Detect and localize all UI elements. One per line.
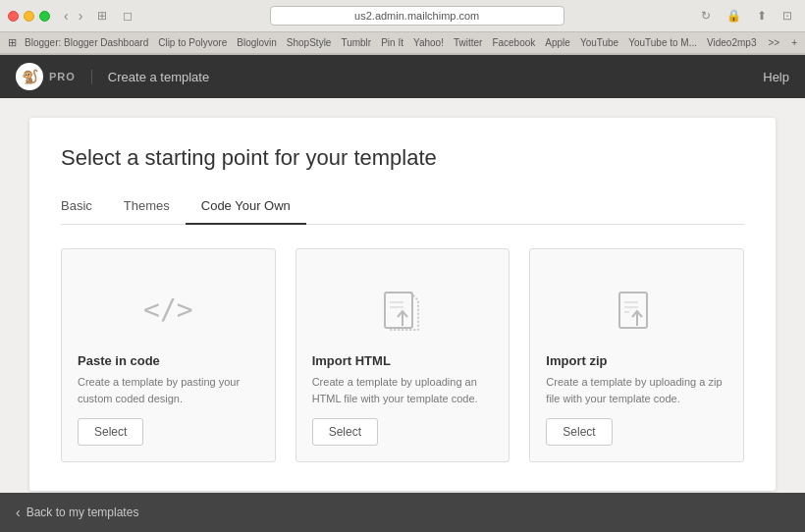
pro-badge: PRO — [49, 71, 76, 82]
import-html-title: Import HTML — [312, 353, 494, 368]
import-zip-info: Import zip Create a template by uploadin… — [546, 353, 727, 406]
bottom-bar: ‹ Back to my templates — [0, 493, 805, 532]
paste-in-code-info: Paste in code Create a template by pasti… — [78, 353, 259, 406]
add-bookmark-button[interactable]: + — [791, 37, 797, 48]
upload-zip-icon — [616, 283, 659, 336]
tabs-bar: Basic Themes Code Your Own — [61, 190, 744, 225]
bookmark-yahoo[interactable]: Yahoo! — [413, 37, 444, 48]
bookmark-facebook[interactable]: Facebook — [492, 37, 535, 48]
import-zip-desc: Create a template by uploading a zip fil… — [546, 374, 727, 406]
back-to-templates-link[interactable]: ‹ Back to my templates — [16, 505, 138, 520]
paste-in-code-select-button[interactable]: Select — [78, 418, 143, 446]
logo-monkey-icon: 🐒 — [22, 69, 38, 84]
code-icon: </> — [143, 293, 193, 326]
bookmark-tumblr[interactable]: Tumblr — [341, 37, 371, 48]
tab-themes[interactable]: Themes — [108, 190, 186, 225]
import-zip-card: Import zip Create a template by uploadin… — [529, 248, 744, 462]
upload-html-icon — [381, 283, 424, 336]
bookmarks-more-button[interactable]: >> — [768, 37, 779, 48]
bookmark-blogger[interactable]: Blogger: Blogger Dashboard — [25, 37, 148, 48]
browser-toolbar: ⊞ Blogger: Blogger Dashboard Clip to Pol… — [0, 31, 805, 54]
tab-icon-button[interactable]: ◻ — [118, 7, 137, 25]
tab-basic[interactable]: Basic — [61, 190, 108, 225]
share-button[interactable]: ⬆ — [752, 7, 772, 25]
back-to-templates-label: Back to my templates — [27, 505, 139, 519]
bookmark-twitter[interactable]: Twitter — [454, 37, 482, 48]
bookmark-pinit[interactable]: Pin It — [381, 37, 403, 48]
browser-nav-buttons: ‹ › — [60, 6, 86, 26]
bookmarks-icon: ⊞ — [8, 36, 17, 49]
paste-in-code-card: </> Paste in code Create a template by p… — [61, 248, 276, 462]
import-html-desc: Create a template by uploading an HTML f… — [312, 374, 494, 406]
close-window-button[interactable] — [8, 11, 19, 22]
import-zip-select-button[interactable]: Select — [546, 418, 612, 446]
back-button[interactable]: ‹ — [60, 6, 73, 26]
app-nav: 🐒 PRO Create a template Help — [0, 55, 805, 98]
app-logo: 🐒 PRO — [16, 63, 76, 90]
cards-row: </> Paste in code Create a template by p… — [61, 248, 744, 462]
browser-titlebar: ‹ › ⊞ ◻ us2.admin.mailchimp.com ↻ 🔒 ⬆ ⊡ — [0, 0, 805, 31]
address-bar[interactable]: us2.admin.mailchimp.com — [270, 6, 564, 26]
import-zip-title: Import zip — [546, 353, 727, 368]
forward-button[interactable]: › — [75, 6, 87, 26]
bookmark-youtube2[interactable]: YouTube to M... — [628, 37, 697, 48]
bookmark-youtube[interactable]: YouTube — [580, 37, 618, 48]
import-html-icon-area — [312, 265, 494, 353]
paste-in-code-desc: Create a template by pasting your custom… — [78, 374, 259, 406]
svg-rect-4 — [619, 293, 647, 328]
help-link[interactable]: Help — [763, 70, 789, 84]
paste-in-code-title: Paste in code — [78, 353, 259, 368]
back-arrow-icon: ‹ — [16, 505, 21, 520]
new-tab-button[interactable]: ⊡ — [778, 7, 797, 25]
svg-rect-0 — [385, 293, 412, 328]
import-html-info: Import HTML Create a template by uploadi… — [312, 353, 494, 406]
main-wrapper: Select a starting point for your templat… — [0, 98, 805, 493]
browser-chrome: ‹ › ⊞ ◻ us2.admin.mailchimp.com ↻ 🔒 ⬆ ⊡ … — [0, 0, 805, 55]
bookmarks-bar: Blogger: Blogger Dashboard Clip to Polyv… — [25, 37, 760, 48]
bookmark-polyvore[interactable]: Clip to Polyvore — [158, 37, 227, 48]
import-html-select-button[interactable]: Select — [312, 418, 378, 446]
tab-bar: ⊞ ◻ us2.admin.mailchimp.com ↻ 🔒 — [92, 6, 746, 26]
ssl-button[interactable]: 🔒 — [722, 7, 746, 25]
traffic-lights — [8, 11, 50, 22]
tab-code-your-own[interactable]: Code Your Own — [186, 190, 306, 225]
paste-in-code-icon-area: </> — [78, 265, 259, 353]
import-zip-icon-area — [546, 265, 727, 353]
import-html-card: Import HTML Create a template by uploadi… — [295, 248, 510, 462]
nav-title: Create a template — [91, 70, 209, 84]
refresh-button[interactable]: ↻ — [696, 7, 716, 25]
bookmark-shopstyle[interactable]: ShopStyle — [287, 37, 332, 48]
logo-icon: 🐒 — [16, 63, 43, 90]
minimize-window-button[interactable] — [24, 11, 34, 22]
tab-thumbnail-button[interactable]: ⊞ — [92, 7, 112, 25]
bookmark-video2mp3[interactable]: Video2mp3 — [707, 37, 756, 48]
bookmark-bloglovin[interactable]: Bloglovin — [237, 37, 277, 48]
content-panel: Select a starting point for your templat… — [29, 118, 776, 491]
maximize-window-button[interactable] — [39, 11, 50, 22]
page-title: Select a starting point for your templat… — [61, 145, 744, 171]
bookmark-apple[interactable]: Apple — [545, 37, 570, 48]
